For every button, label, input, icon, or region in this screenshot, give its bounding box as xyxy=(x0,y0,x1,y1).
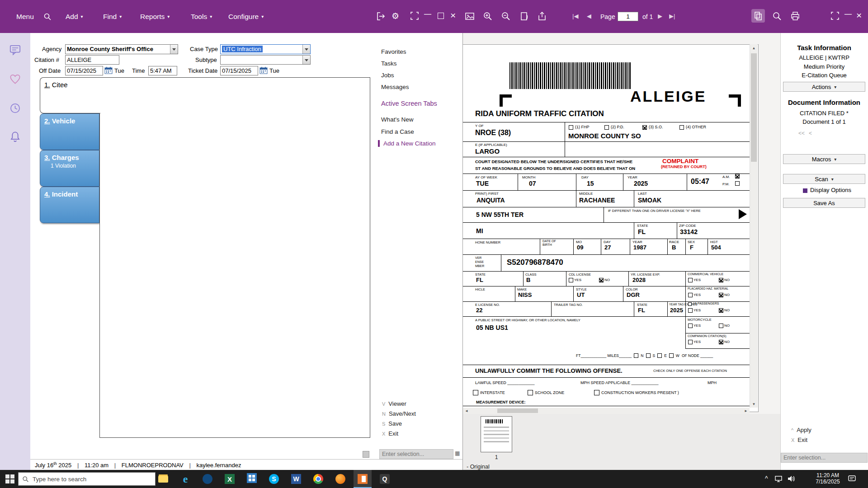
vertical-scrollbar[interactable]: ▲ ▼ xyxy=(750,44,758,408)
bell-icon[interactable] xyxy=(9,131,21,145)
taskbar-app-skype[interactable]: S xyxy=(265,470,283,488)
print-icon[interactable] xyxy=(790,11,800,23)
viewer-search-icon[interactable] xyxy=(772,11,782,23)
menu-menu[interactable]: Menu xyxy=(16,13,34,21)
nav-find-a-case[interactable]: Find a Case xyxy=(381,128,414,135)
shortcut-viewer[interactable]: VViewer xyxy=(382,399,406,408)
maximize-icon[interactable] xyxy=(438,13,444,19)
tray-chevron-up-icon[interactable]: ^ xyxy=(765,475,768,482)
menu-tools[interactable]: Tools▾ xyxy=(191,13,212,21)
tray-clock[interactable]: 11:20 AM 7/16/2025 xyxy=(812,472,844,485)
zoom-in-icon[interactable] xyxy=(483,11,493,23)
viewer-close-icon[interactable]: × xyxy=(856,10,862,21)
horizontal-scrollbar[interactable]: ◄ ► xyxy=(463,408,750,414)
dropdown-arrow-icon[interactable] xyxy=(170,45,178,54)
favorites-heart-icon[interactable] xyxy=(9,73,21,87)
nav-jobs[interactable]: Jobs xyxy=(381,72,394,79)
taskbar-app-excel[interactable]: X xyxy=(221,470,239,488)
tab-incident[interactable]: 4. Incident xyxy=(40,187,99,223)
last-page-icon[interactable]: ▶| xyxy=(669,13,675,19)
tab-citee[interactable]: 1. Citee xyxy=(40,77,100,113)
exit-shortcut[interactable]: XExit xyxy=(791,436,807,444)
taskbar-app-q[interactable]: Q xyxy=(376,470,394,488)
taskbar-app-3[interactable] xyxy=(198,470,217,488)
first-document-icon[interactable]: << xyxy=(798,130,805,136)
first-page-icon[interactable]: |◀ xyxy=(572,13,578,19)
apply-shortcut[interactable]: ^Apply xyxy=(791,426,811,434)
calendar-icon[interactable] xyxy=(259,66,268,76)
vertical-scroll-thumb[interactable] xyxy=(751,53,757,162)
shortcut-exit[interactable]: XExit xyxy=(382,429,398,437)
rotate-page-icon[interactable] xyxy=(519,11,529,23)
close-icon[interactable]: × xyxy=(450,10,456,21)
scroll-down-icon[interactable]: ▼ xyxy=(750,400,758,408)
nav-whats-new[interactable]: What's New xyxy=(381,116,414,123)
scan-button[interactable]: Scan▾ xyxy=(783,174,865,184)
notification-center-icon[interactable] xyxy=(848,475,856,484)
actions-button[interactable]: Actions▾ xyxy=(783,82,865,92)
dropdown-arrow-icon[interactable] xyxy=(302,45,310,54)
taskbar-search-box[interactable]: Type here to search xyxy=(18,472,156,486)
page-number-input[interactable] xyxy=(618,12,638,21)
next-page-icon[interactable]: ▶ xyxy=(658,13,662,19)
calendar-icon[interactable] xyxy=(104,66,113,76)
nav-favorites[interactable]: Favorites xyxy=(381,48,406,55)
taskbar-app-chrome[interactable] xyxy=(309,470,327,488)
zoom-out-icon[interactable] xyxy=(501,11,511,23)
menu-configure[interactable]: Configure▾ xyxy=(228,13,264,21)
minimize-icon[interactable]: — xyxy=(424,10,431,18)
start-button[interactable] xyxy=(5,474,14,483)
previous-document-icon[interactable]: < xyxy=(809,130,812,136)
restore-layout-icon[interactable] xyxy=(410,12,419,22)
menu-reports[interactable]: Reports▾ xyxy=(140,13,170,21)
command-selection-input[interactable] xyxy=(379,449,453,459)
pages-panel-button[interactable] xyxy=(751,9,765,23)
citation-number-input[interactable] xyxy=(65,55,119,65)
macros-button[interactable]: Macros▾ xyxy=(783,154,865,164)
taskbar-app-word[interactable]: W xyxy=(287,470,305,488)
taskbar-app-firefox[interactable] xyxy=(331,470,349,488)
tab-vehicle[interactable]: 2. Vehicle xyxy=(40,113,99,150)
taskbar-app-active[interactable] xyxy=(354,470,372,488)
shortcut-save-next[interactable]: NSave/Next xyxy=(382,409,416,418)
time-input[interactable] xyxy=(148,66,177,75)
ticket-date-input[interactable] xyxy=(220,66,258,75)
panel-command-selection-input[interactable] xyxy=(781,453,868,463)
save-as-button[interactable]: Save As xyxy=(783,198,865,208)
menu-find[interactable]: Find▾ xyxy=(103,13,122,21)
comments-icon[interactable] xyxy=(9,44,21,58)
nav-messages[interactable]: Messages xyxy=(381,84,409,90)
taskbar-app-5[interactable] xyxy=(243,470,261,488)
volume-icon[interactable] xyxy=(788,475,795,484)
resize-grip[interactable] xyxy=(363,451,369,458)
page-thumbnail[interactable] xyxy=(481,416,512,452)
agency-select[interactable]: Monroe County Sheriff's Office xyxy=(65,44,178,54)
scroll-right-icon[interactable]: ► xyxy=(742,408,750,414)
search-icon[interactable] xyxy=(43,13,52,23)
export-icon[interactable] xyxy=(537,11,547,23)
scroll-up-icon[interactable]: ▲ xyxy=(750,44,758,52)
viewer-minimize-icon[interactable]: — xyxy=(844,10,852,18)
taskbar-app-edge[interactable]: e xyxy=(176,470,194,488)
menu-add[interactable]: Add▾ xyxy=(66,13,83,21)
subtype-select[interactable] xyxy=(220,55,311,65)
shortcut-save[interactable]: SSave xyxy=(382,419,402,427)
off-date-input[interactable] xyxy=(65,66,103,75)
gear-icon[interactable]: ⚙ xyxy=(392,11,399,21)
nav-add-new-citation[interactable]: Add a New Citation xyxy=(378,140,436,147)
tab-charges[interactable]: 3. Charges1 Violation xyxy=(40,150,99,187)
display-options-label[interactable]: Display Options xyxy=(810,187,851,193)
scroll-left-icon[interactable]: ◄ xyxy=(463,408,470,414)
horizontal-scroll-thumb[interactable] xyxy=(497,408,538,413)
fullscreen-icon[interactable] xyxy=(831,12,839,22)
fit-image-icon[interactable] xyxy=(465,11,475,23)
nav-tasks[interactable]: Tasks xyxy=(381,60,397,67)
history-icon[interactable] xyxy=(9,102,21,116)
network-icon[interactable] xyxy=(775,476,783,484)
previous-page-icon[interactable]: ◀ xyxy=(587,13,591,19)
grid-menu-icon[interactable]: ▦ xyxy=(455,450,460,456)
dropdown-arrow-icon[interactable] xyxy=(302,56,310,64)
case-type-select[interactable]: UTC Infraction xyxy=(220,44,311,54)
taskbar-app-file-explorer[interactable] xyxy=(154,470,172,488)
logout-icon[interactable] xyxy=(376,12,385,23)
